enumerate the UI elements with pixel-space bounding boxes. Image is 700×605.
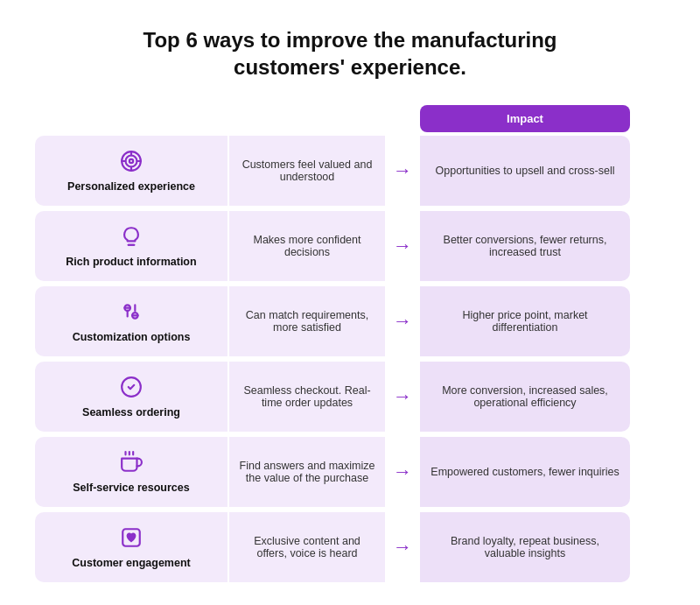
feature-cell-seamless-ordering: Seamless ordering — [35, 362, 228, 432]
arrow-icon-customization-options: → — [393, 310, 412, 333]
feature-label-seamless-ordering: Seamless ordering — [82, 406, 180, 419]
feature-label-personalized-experience: Personalized experience — [67, 180, 195, 193]
impact-cell-personalized-experience: Opportunities to upsell and cross-sell — [420, 136, 630, 206]
table-header: Impact — [35, 105, 665, 132]
row-rich-product-information: Rich product information Makes more conf… — [35, 211, 665, 281]
desc-cell-seamless-ordering: Seamless checkout. Real-time order updat… — [229, 362, 385, 432]
feature-label-rich-product-information: Rich product information — [66, 256, 196, 268]
target-icon — [120, 150, 143, 176]
feature-cell-rich-product-information: Rich product information — [35, 211, 228, 281]
feature-cell-customer-engagement: Customer engagement — [35, 512, 228, 582]
arrow-personalized-experience: → — [385, 136, 420, 206]
coffee-icon — [120, 451, 143, 477]
arrow-icon-rich-product-information: → — [393, 235, 412, 257]
row-personalized-experience: Personalized experience Customers feel v… — [35, 136, 665, 206]
check-circle-icon — [120, 376, 143, 402]
customize-icon — [120, 300, 143, 327]
feature-cell-personalized-experience: Personalized experience — [35, 136, 228, 206]
desc-cell-rich-product-information: Makes more confident decisions — [229, 211, 385, 281]
row-seamless-ordering: Seamless ordering Seamless checkout. Rea… — [35, 362, 665, 432]
desc-cell-customization-options: Can match requirements, more satisfied — [229, 286, 385, 356]
impact-cell-customization-options: Higher price point, market differentiati… — [420, 286, 630, 356]
row-self-service-resources: Self-service resources Find answers and … — [35, 437, 665, 507]
arrow-rich-product-information: → — [385, 211, 420, 281]
impact-cell-self-service-resources: Empowered customers, fewer inquiries — [420, 437, 630, 507]
main-table: Impact Personalized experience Customers… — [35, 105, 665, 582]
lightbulb-icon — [120, 225, 143, 251]
heart-icon — [120, 526, 143, 552]
arrow-seamless-ordering: → — [385, 362, 420, 432]
desc-cell-customer-engagement: Exclusive content and offers, voice is h… — [229, 512, 385, 582]
row-customization-options: Customization options Can match requirem… — [35, 286, 665, 356]
arrow-self-service-resources: → — [385, 437, 420, 507]
arrow-icon-seamless-ordering: → — [393, 385, 412, 408]
arrow-customization-options: → — [385, 286, 420, 356]
feature-cell-self-service-resources: Self-service resources — [35, 437, 228, 507]
feature-label-customer-engagement: Customer engagement — [72, 557, 190, 569]
desc-cell-personalized-experience: Customers feel valued and understood — [229, 136, 385, 206]
arrow-icon-personalized-experience: → — [393, 159, 412, 182]
row-customer-engagement: Customer engagement Exclusive content an… — [35, 512, 665, 582]
title-line2: customers' experience. — [234, 55, 466, 79]
impact-header: Impact — [420, 105, 630, 132]
arrow-icon-self-service-resources: → — [393, 461, 412, 483]
feature-label-customization-options: Customization options — [73, 331, 191, 343]
page-title: Top 6 ways to improve the manufacturing … — [144, 26, 557, 81]
impact-cell-seamless-ordering: More conversion, increased sales, operat… — [420, 362, 630, 432]
svg-point-1 — [126, 155, 137, 166]
feature-label-self-service-resources: Self-service resources — [73, 482, 189, 494]
desc-cell-self-service-resources: Find answers and maximize the value of t… — [229, 437, 385, 507]
arrow-customer-engagement: → — [385, 512, 420, 582]
feature-cell-customization-options: Customization options — [35, 286, 228, 356]
impact-cell-rich-product-information: Better conversions, fewer returns, incre… — [420, 211, 630, 281]
impact-cell-customer-engagement: Brand loyalty, repeat business, valuable… — [420, 512, 630, 582]
rows-container: Personalized experience Customers feel v… — [35, 136, 665, 582]
svg-point-2 — [130, 159, 133, 163]
arrow-icon-customer-engagement: → — [393, 536, 412, 559]
